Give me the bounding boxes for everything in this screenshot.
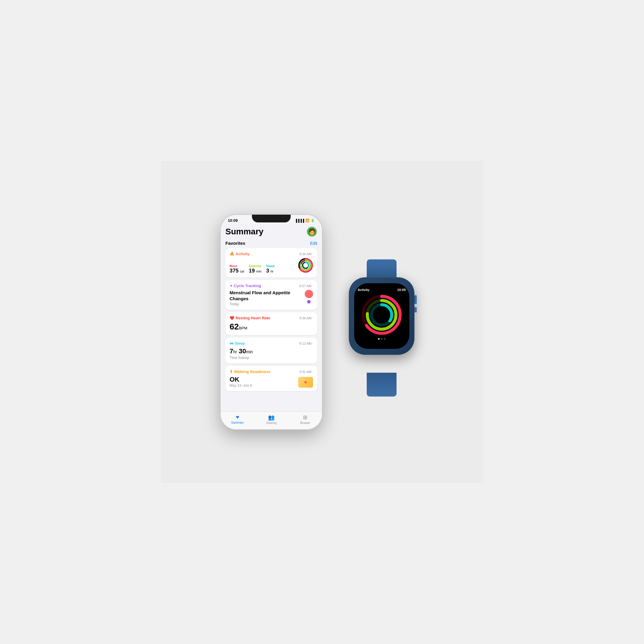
sleep-card-header: 🛏 Sleep 8:12 AM › bbox=[230, 341, 313, 346]
walking-content: OK May 31–Jun 6 bbox=[230, 376, 313, 388]
tab-summary[interactable]: ♥ Summary bbox=[221, 414, 254, 425]
watch-page-dots bbox=[378, 338, 386, 340]
battery-icon: 🔋 bbox=[311, 219, 315, 222]
iphone: 10:09 ▐▐▐▐ 📶 🔋 Summary 🧑 Favorites Edit bbox=[221, 215, 322, 429]
activity-ring-widget bbox=[298, 258, 313, 274]
heart-rate-card-time: 9:36 AM › bbox=[299, 316, 313, 320]
menstrual-flow-dot bbox=[305, 290, 313, 298]
walking-dot bbox=[304, 381, 307, 383]
cycle-card-title: ✴ Cycle Tracking bbox=[230, 284, 261, 288]
watch-body: Activity 10:09 bbox=[349, 277, 414, 355]
activity-card-title: 🔥 Activity bbox=[230, 252, 250, 256]
watch-band-bottom bbox=[367, 373, 397, 397]
watch-dot-3 bbox=[384, 338, 386, 340]
cycle-icon: ✴ bbox=[230, 284, 233, 288]
summary-tab-label: Summary bbox=[231, 421, 244, 424]
chevron-right-icon: › bbox=[312, 342, 313, 345]
app-title: Summary bbox=[225, 227, 264, 236]
stand-value: 3 hr bbox=[266, 268, 275, 274]
watch-button bbox=[414, 307, 417, 312]
sharing-tab-icon: 👥 bbox=[268, 414, 275, 421]
watch-dot-2 bbox=[381, 338, 383, 340]
activity-card-time: 9:36 AM › bbox=[299, 252, 313, 256]
cycle-icons bbox=[305, 290, 313, 304]
chevron-right-icon: › bbox=[312, 316, 313, 320]
scene: 10:09 ▐▐▐▐ 📶 🔋 Summary 🧑 Favorites Edit bbox=[161, 161, 483, 483]
watch-rings: → → ↑ bbox=[361, 294, 403, 336]
sleep-card-title: 🛏 Sleep bbox=[230, 341, 245, 346]
browse-tab-label: Browse bbox=[300, 421, 310, 425]
heart-rate-card[interactable]: ❤️ Resting Heart Rate 9:36 AM › 62BPM bbox=[225, 312, 317, 335]
sleep-sub-text: Time Asleep bbox=[230, 356, 313, 360]
summary-tab-icon: ♥ bbox=[236, 414, 239, 420]
iphone-notch bbox=[252, 215, 291, 222]
cycle-text: Menstrual Flow and Appetite Changes Toda… bbox=[230, 290, 305, 306]
cycle-content: Menstrual Flow and Appetite Changes Toda… bbox=[230, 290, 313, 306]
walking-value: OK bbox=[230, 376, 252, 383]
exercise-ring-arrow: → bbox=[393, 310, 397, 315]
browse-tab-icon: ⊞ bbox=[303, 414, 307, 421]
app-header: Summary 🧑 bbox=[225, 226, 317, 237]
walking-chart bbox=[298, 377, 313, 388]
chevron-right-icon: › bbox=[312, 370, 313, 373]
exercise-stat: Exercise 19 min bbox=[249, 264, 261, 274]
walking-icon: ⬆ bbox=[230, 369, 233, 374]
sleep-value: 7hr 30min bbox=[230, 347, 313, 355]
watch-screen: Activity 10:09 bbox=[354, 283, 409, 349]
walking-date-range: May 31–Jun 6 bbox=[230, 383, 252, 388]
tab-browse[interactable]: ⊞ Browse bbox=[288, 414, 322, 425]
cycle-card-time: 8:57 AM › bbox=[299, 284, 313, 288]
iphone-screen: Summary 🧑 Favorites Edit 🔥 Activity bbox=[221, 224, 322, 429]
watch-dot-1 bbox=[378, 338, 380, 340]
heart-rate-card-header: ❤️ Resting Heart Rate 9:36 AM › bbox=[230, 316, 313, 320]
favorites-label: Favorites bbox=[225, 241, 245, 246]
section-header: Favorites Edit bbox=[225, 241, 317, 246]
fire-icon: 🔥 bbox=[230, 252, 234, 256]
tab-sharing[interactable]: 👥 Sharing bbox=[254, 414, 288, 425]
cycle-card[interactable]: ✴ Cycle Tracking 8:57 AM › Menstrual Flo… bbox=[225, 280, 317, 310]
chevron-right-icon: › bbox=[312, 252, 313, 256]
stand-ring-arrow: ↑ bbox=[393, 315, 395, 320]
walking-card-header: ⬆ Walking Steadiness 9:41 AM › bbox=[230, 369, 313, 374]
cycle-main-text: Menstrual Flow and Appetite Changes bbox=[230, 290, 305, 301]
status-icons: ▐▐▐▐ 📶 🔋 bbox=[295, 219, 315, 222]
sleep-icon: 🛏 bbox=[230, 341, 233, 346]
activity-stats: Move 375 cal Exercise 19 min bbox=[230, 258, 313, 274]
cycle-card-header: ✴ Cycle Tracking 8:57 AM › bbox=[230, 284, 313, 288]
walking-card[interactable]: ⬆ Walking Steadiness 9:41 AM › OK May 31… bbox=[225, 366, 317, 391]
exercise-label: Exercise bbox=[249, 264, 261, 268]
move-ring-arrow: → bbox=[394, 305, 398, 309]
move-label: Move bbox=[230, 264, 244, 268]
stand-label: Stand bbox=[266, 264, 275, 268]
tab-bar: ♥ Summary 👥 Sharing ⊞ Browse bbox=[221, 411, 322, 429]
walking-card-time: 9:41 AM › bbox=[299, 370, 313, 374]
chevron-right-icon: › bbox=[312, 284, 313, 287]
move-stat: Move 375 cal bbox=[230, 264, 244, 274]
activity-card[interactable]: 🔥 Activity 9:36 AM › Move 375 bbox=[225, 248, 317, 278]
signal-icon: ▐▐▐▐ bbox=[295, 219, 304, 222]
avatar[interactable]: 🧑 bbox=[306, 226, 317, 237]
watch-app-name: Activity bbox=[358, 288, 370, 292]
watch-time: 10:09 bbox=[397, 288, 405, 292]
stand-stat: Stand 3 hr bbox=[266, 264, 275, 274]
wifi-icon: 📶 bbox=[305, 219, 309, 222]
walking-card-title: ⬆ Walking Steadiness bbox=[230, 369, 270, 374]
watch-crown bbox=[414, 295, 417, 304]
appetite-dot bbox=[307, 300, 311, 304]
sleep-card-time: 8:12 AM › bbox=[299, 342, 313, 345]
activity-card-header: 🔥 Activity 9:36 AM › bbox=[230, 252, 313, 256]
exercise-value: 19 min bbox=[249, 268, 261, 274]
heart-rate-value: 62BPM bbox=[230, 322, 313, 332]
app-content: Summary 🧑 Favorites Edit 🔥 Activity bbox=[221, 224, 322, 411]
walking-text: OK May 31–Jun 6 bbox=[230, 376, 252, 388]
cycle-sub-text: Today bbox=[230, 302, 305, 306]
heart-rate-card-title: ❤️ Resting Heart Rate bbox=[230, 316, 270, 320]
sleep-card[interactable]: 🛏 Sleep 8:12 AM › 7hr 30min bbox=[225, 338, 317, 363]
watch-status-bar: Activity 10:09 bbox=[358, 288, 406, 292]
sharing-tab-label: Sharing bbox=[266, 421, 276, 425]
apple-watch: Activity 10:09 bbox=[340, 277, 423, 379]
edit-button[interactable]: Edit bbox=[310, 241, 317, 246]
move-value: 375 cal bbox=[230, 268, 244, 274]
status-time: 10:09 bbox=[228, 218, 238, 223]
heart-icon: ❤️ bbox=[230, 316, 234, 320]
